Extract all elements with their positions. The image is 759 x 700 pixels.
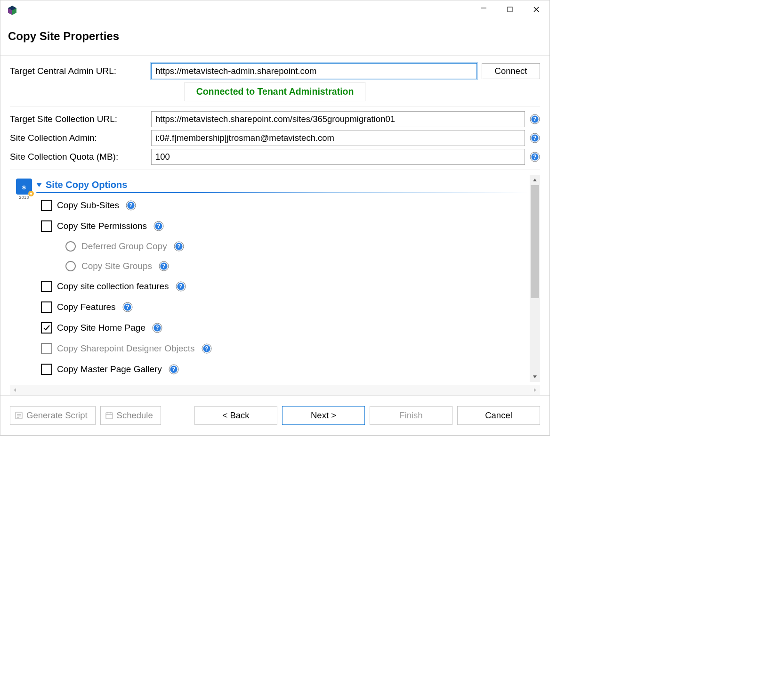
connection-status: Connected to Tenant Administration bbox=[185, 82, 366, 101]
radio bbox=[65, 241, 76, 252]
help-icon[interactable]: ? bbox=[176, 281, 186, 292]
label-site-collection-url: Target Site Collection URL: bbox=[10, 114, 151, 124]
help-icon[interactable]: ? bbox=[530, 152, 540, 162]
help-icon[interactable]: ? bbox=[126, 200, 136, 211]
svg-text:?: ? bbox=[533, 116, 536, 122]
svg-marker-48 bbox=[534, 388, 536, 392]
gear-icon bbox=[27, 190, 35, 197]
input-quota[interactable] bbox=[151, 149, 525, 165]
svg-text:?: ? bbox=[179, 283, 182, 290]
help-icon[interactable]: ? bbox=[169, 364, 179, 374]
connect-button[interactable]: Connect bbox=[482, 63, 540, 79]
help-icon[interactable]: ? bbox=[202, 343, 212, 354]
svg-rect-50 bbox=[106, 413, 113, 419]
scroll-area: s 2013 Site Copy Options Copy bbox=[10, 175, 540, 385]
svg-marker-46 bbox=[533, 375, 537, 378]
option-label: Copy Site Home Page bbox=[57, 323, 145, 333]
option-label: Copy Features bbox=[57, 302, 116, 312]
label-quota: Site Collection Quota (MB): bbox=[10, 152, 151, 162]
connection-status-row: Connected to Tenant Administration bbox=[10, 82, 540, 101]
scroll-content: s 2013 Site Copy Options Copy bbox=[10, 175, 530, 385]
section-header[interactable]: Site Copy Options bbox=[36, 179, 528, 190]
help-icon[interactable]: ? bbox=[530, 133, 540, 143]
horizontal-scrollbar[interactable] bbox=[10, 385, 540, 395]
svg-rect-49 bbox=[16, 412, 22, 419]
input-target-admin-url[interactable] bbox=[151, 63, 477, 79]
row-site-collection-url: Target Site Collection URL: ? bbox=[10, 111, 540, 127]
checkbox[interactable] bbox=[41, 301, 52, 313]
option-deferred-group-copy: Deferred Group Copy? bbox=[65, 241, 528, 252]
minimize-button[interactable] bbox=[470, 0, 497, 23]
svg-marker-45 bbox=[533, 179, 537, 181]
checkbox[interactable] bbox=[41, 281, 52, 292]
checkbox[interactable] bbox=[41, 220, 52, 232]
scroll-left-arrow[interactable] bbox=[10, 385, 20, 395]
help-icon[interactable]: ? bbox=[153, 221, 164, 231]
option-copy-site-groups: Copy Site Groups? bbox=[65, 261, 528, 271]
cancel-button[interactable]: Cancel bbox=[457, 406, 540, 425]
svg-text:?: ? bbox=[172, 366, 175, 373]
option-label: Copy Sub-Sites bbox=[57, 200, 119, 211]
option-copy-site-permissions[interactable]: Copy Site Permissions? bbox=[41, 220, 528, 232]
close-button[interactable] bbox=[523, 0, 549, 18]
scroll-up-arrow[interactable] bbox=[530, 175, 540, 185]
sp-letter: s bbox=[22, 183, 26, 191]
help-icon[interactable]: ? bbox=[122, 302, 133, 312]
radio bbox=[65, 261, 76, 271]
svg-text:?: ? bbox=[162, 263, 165, 269]
schedule-button[interactable]: Schedule bbox=[100, 406, 161, 425]
input-site-collection-url[interactable] bbox=[151, 111, 525, 127]
checkbox[interactable] bbox=[41, 364, 52, 375]
option-copy-sharepoint-designer-objects: Copy Sharepoint Designer Objects? bbox=[41, 343, 528, 354]
label-site-admin: Site Collection Admin: bbox=[10, 133, 151, 143]
option-label: Copy Master Page Gallery bbox=[57, 364, 162, 374]
help-icon[interactable]: ? bbox=[152, 323, 162, 333]
scroll-thumb[interactable] bbox=[531, 185, 539, 298]
help-icon[interactable]: ? bbox=[159, 261, 169, 271]
scroll-track[interactable] bbox=[530, 185, 540, 372]
sharepoint-icon: s 2013 bbox=[14, 179, 34, 200]
option-copy-site-home-page[interactable]: Copy Site Home Page? bbox=[41, 322, 528, 334]
script-icon bbox=[14, 411, 24, 420]
svg-text:?: ? bbox=[533, 154, 536, 160]
form-area: Target Central Admin URL: Connect Connec… bbox=[0, 56, 549, 395]
svg-text:?: ? bbox=[129, 202, 132, 209]
divider bbox=[10, 170, 540, 170]
option-copy-master-page-gallery[interactable]: Copy Master Page Gallery? bbox=[41, 364, 528, 375]
generate-script-button[interactable]: Generate Script bbox=[10, 406, 96, 425]
titlebar bbox=[0, 0, 549, 20]
back-button[interactable]: < Back bbox=[194, 406, 277, 425]
option-copy-sub-sites[interactable]: Copy Sub-Sites? bbox=[41, 200, 528, 211]
label-target-admin: Target Central Admin URL: bbox=[10, 66, 151, 76]
window-controls bbox=[470, 0, 549, 23]
next-button[interactable]: Next > bbox=[282, 406, 365, 425]
svg-text:?: ? bbox=[533, 135, 536, 141]
svg-point-17 bbox=[30, 193, 32, 195]
finish-button[interactable]: Finish bbox=[370, 406, 452, 425]
input-site-admin[interactable] bbox=[151, 130, 525, 146]
row-quota: Site Collection Quota (MB): ? bbox=[10, 149, 540, 165]
help-icon[interactable]: ? bbox=[530, 114, 540, 124]
svg-text:?: ? bbox=[126, 304, 129, 310]
svg-text:?: ? bbox=[155, 325, 159, 331]
row-site-admin: Site Collection Admin: ? bbox=[10, 130, 540, 146]
option-copy-features[interactable]: Copy Features? bbox=[41, 301, 528, 313]
scroll-down-arrow[interactable] bbox=[530, 372, 540, 382]
scroll-right-arrow[interactable] bbox=[530, 385, 540, 395]
vertical-scrollbar[interactable] bbox=[530, 175, 540, 382]
option-label: Copy site collection features bbox=[57, 281, 169, 292]
option-copy-site-collection-features[interactable]: Copy site collection features? bbox=[41, 281, 528, 292]
footer: Generate Script Schedule < Back Next > F… bbox=[0, 395, 549, 435]
options-list: Copy Sub-Sites?Copy Site Permissions?Def… bbox=[36, 193, 528, 375]
option-label: Deferred Group Copy bbox=[81, 241, 167, 252]
help-icon[interactable]: ? bbox=[174, 241, 184, 252]
svg-text:?: ? bbox=[157, 223, 160, 229]
section-title: Site Copy Options bbox=[46, 179, 127, 190]
checkbox[interactable] bbox=[41, 200, 52, 211]
option-label: Copy Sharepoint Designer Objects bbox=[57, 343, 195, 354]
page-title: Copy Site Properties bbox=[8, 30, 542, 43]
maximize-button[interactable] bbox=[497, 0, 523, 18]
header: Copy Site Properties bbox=[0, 20, 549, 56]
svg-marker-47 bbox=[14, 388, 16, 392]
checkbox[interactable] bbox=[41, 322, 52, 334]
